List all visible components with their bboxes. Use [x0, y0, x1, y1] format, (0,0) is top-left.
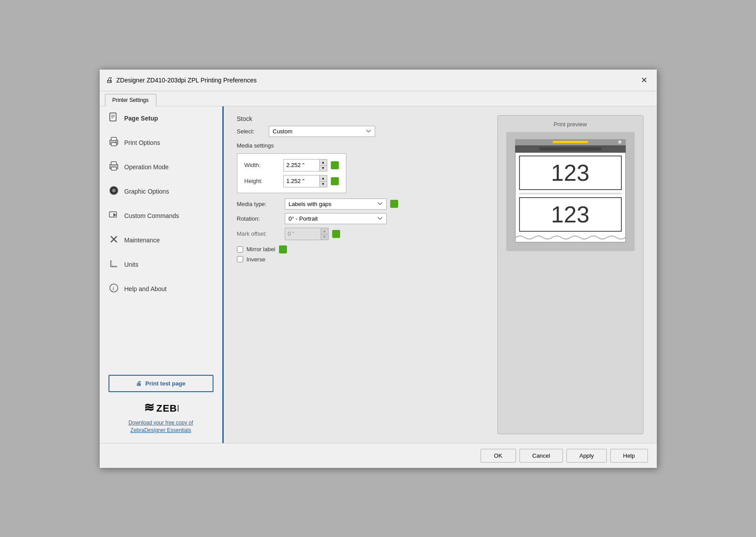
mark-offset-spin-down[interactable]: ▼ — [321, 234, 328, 240]
label-preview-2: 123 — [519, 197, 622, 232]
label-preview-1: 123 — [519, 156, 622, 190]
sidebar-item-maintenance[interactable]: Maintenance — [100, 228, 222, 253]
sidebar: Page Setup Print Options — [100, 106, 224, 443]
inverse-row: Inverse — [237, 256, 487, 263]
svg-text:i: i — [112, 285, 114, 292]
title-bar: 🖨 ZDesigner ZD410-203dpi ZPL Printing Pr… — [100, 70, 657, 91]
svg-point-7 — [115, 141, 116, 143]
print-test-label: Print test page — [145, 380, 185, 387]
inverse-checkbox[interactable] — [237, 256, 243, 262]
sidebar-label-maintenance: Maintenance — [124, 237, 160, 244]
sidebar-item-operation-mode[interactable]: Operation Mode — [100, 155, 222, 179]
apply-button[interactable]: Apply — [566, 449, 607, 463]
zebra-link-text: Download your free copy ofZebraDesigner … — [128, 420, 193, 433]
cancel-button[interactable]: Cancel — [520, 449, 563, 463]
height-spin-up[interactable]: ▲ — [320, 175, 327, 181]
zebra-logo: ≋ ZEBRA — [143, 397, 178, 418]
rotation-select[interactable]: 0° - Portrait 90° - Landscape 180° - Por… — [285, 213, 387, 224]
content-area: Page Setup Print Options — [100, 106, 657, 443]
select-label: Select: — [237, 128, 264, 135]
close-button[interactable]: ✕ — [638, 74, 651, 86]
bottom-bar: OK Cancel Apply Help — [100, 443, 657, 468]
printer-slot — [553, 141, 588, 143]
maintenance-icon — [109, 234, 119, 246]
main-content: Stock Select: Custom Media settings Widt… — [224, 106, 657, 443]
title-bar-left: 🖨 ZDesigner ZD410-203dpi ZPL Printing Pr… — [106, 76, 257, 84]
width-label: Width: — [244, 162, 280, 168]
sidebar-item-page-setup[interactable]: Page Setup — [100, 106, 222, 131]
sidebar-item-print-options[interactable]: Print Options — [100, 131, 222, 155]
sidebar-item-graphic-options[interactable]: Graphic Options — [100, 179, 222, 204]
printer-dot — [618, 140, 621, 144]
mirror-label-row: Mirror label — [237, 245, 487, 253]
svg-rect-5 — [111, 137, 116, 140]
media-type-row: Media type: Labels with gaps Continuous … — [237, 198, 487, 210]
mirror-label-text: Mirror label — [247, 246, 275, 253]
rotation-label: Rotation: — [237, 215, 281, 222]
svg-text:ZEBRA: ZEBRA — [156, 403, 178, 414]
sidebar-item-help-about[interactable]: i Help and About — [100, 277, 222, 301]
width-spin-down[interactable]: ▼ — [320, 165, 327, 171]
mark-offset-spin-up[interactable]: ▲ — [321, 228, 328, 234]
sidebar-label-page-setup: Page Setup — [124, 115, 158, 122]
height-label: Height: — [244, 178, 280, 184]
sidebar-label-operation-mode: Operation Mode — [124, 163, 169, 171]
page-setup-icon — [109, 113, 119, 125]
width-row: Width: ▲ ▼ — [244, 159, 339, 171]
custom-commands-icon — [109, 210, 119, 222]
svg-rect-9 — [111, 162, 116, 165]
svg-text:≋: ≋ — [144, 401, 155, 414]
printer-header — [515, 139, 626, 145]
printer-body — [515, 145, 626, 152]
stock-row: Select: Custom — [237, 126, 487, 137]
stock-select[interactable]: Custom — [269, 126, 375, 137]
graphic-options-icon — [109, 186, 119, 198]
mark-offset-label: Mark offset: — [237, 230, 281, 237]
preview-title: Print preview — [498, 116, 643, 132]
help-about-icon: i — [109, 283, 119, 295]
width-value-input[interactable] — [284, 160, 319, 171]
sidebar-label-graphic-options: Graphic Options — [124, 188, 169, 195]
sidebar-label-print-options: Print Options — [124, 139, 160, 146]
sidebar-item-units[interactable]: Units — [100, 253, 222, 277]
ok-button[interactable]: OK — [481, 449, 516, 463]
rotation-row: Rotation: 0° - Portrait 90° - Landscape … — [237, 213, 487, 224]
print-options-icon — [109, 137, 119, 149]
main-window: 🖨 ZDesigner ZD410-203dpi ZPL Printing Pr… — [99, 69, 657, 468]
media-type-label: Media type: — [237, 201, 281, 207]
operation-mode-icon — [109, 161, 119, 173]
form-section: Stock Select: Custom Media settings Widt… — [237, 115, 487, 434]
preview-panel: Print preview 123 — [497, 115, 644, 434]
width-spin-up[interactable]: ▲ — [320, 160, 327, 165]
width-spin-buttons: ▲ ▼ — [319, 160, 327, 171]
svg-marker-14 — [113, 213, 116, 217]
help-button[interactable]: Help — [610, 449, 648, 463]
inverse-text: Inverse — [247, 256, 266, 263]
height-spin-input: ▲ ▼ — [283, 175, 327, 187]
mark-offset-row: Mark offset: ▲ ▼ — [237, 228, 487, 240]
mark-offset-value-input[interactable] — [285, 228, 321, 240]
stock-section-title: Stock — [237, 115, 487, 122]
sidebar-footer: 🖨 Print test page ≋ ZEBRA Download your … — [100, 366, 222, 443]
zebra-download-link[interactable]: Download your free copy ofZebraDesigner … — [128, 419, 193, 434]
sidebar-item-custom-commands[interactable]: Custom Commands — [100, 204, 222, 228]
main-content-row: Stock Select: Custom Media settings Widt… — [237, 115, 644, 434]
printer-settings-tab[interactable]: Printer Settings — [105, 94, 156, 106]
label-gap — [519, 193, 622, 195]
height-value-input[interactable] — [284, 175, 319, 187]
wavy-bottom-svg — [516, 234, 625, 241]
tab-bar: Printer Settings — [100, 91, 657, 106]
svg-rect-10 — [111, 167, 116, 170]
mirror-label-checkbox[interactable] — [237, 246, 243, 253]
media-type-select[interactable]: Labels with gaps Continuous media Labels… — [285, 198, 387, 210]
height-indicator — [331, 177, 339, 185]
sidebar-label-help-about: Help and About — [124, 285, 167, 292]
printer-icon: 🖨 — [106, 76, 113, 84]
print-test-button[interactable]: 🖨 Print test page — [109, 375, 213, 392]
print-test-icon: 🖨 — [136, 380, 142, 387]
svg-rect-0 — [110, 113, 116, 121]
height-spin-down[interactable]: ▼ — [320, 181, 327, 187]
printer-opening — [539, 147, 601, 151]
height-row: Height: ▲ ▼ — [244, 175, 339, 187]
mark-offset-indicator — [332, 230, 340, 238]
